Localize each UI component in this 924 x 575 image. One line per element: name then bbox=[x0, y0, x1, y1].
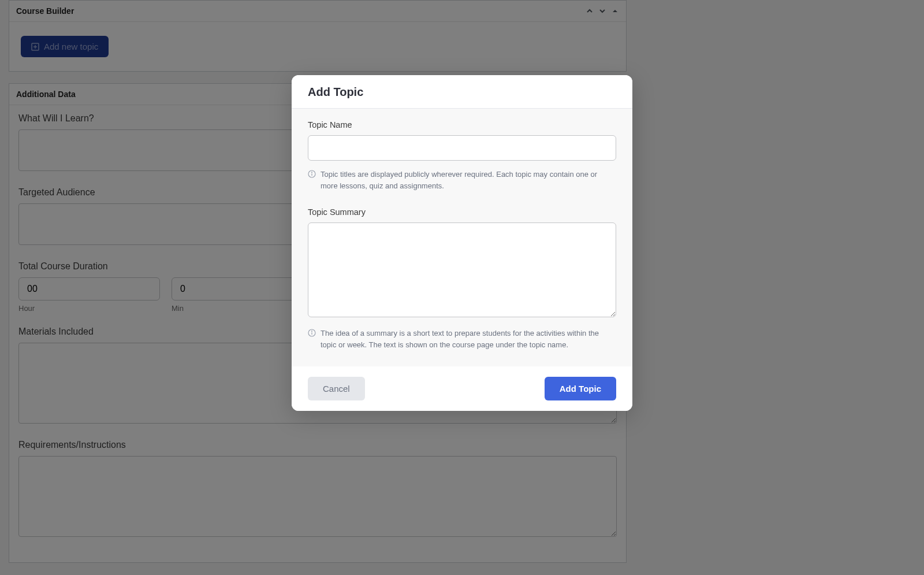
topic-name-input[interactable] bbox=[308, 135, 616, 161]
topic-summary-input[interactable] bbox=[308, 222, 616, 317]
topic-summary-hint: The idea of a summary is a short text to… bbox=[321, 328, 616, 350]
modal-body: Topic Name Topic titles are displayed pu… bbox=[292, 109, 632, 366]
modal-title: Add Topic bbox=[308, 86, 616, 99]
add-topic-modal: Add Topic Topic Name Topic titles are di… bbox=[292, 75, 632, 411]
topic-name-hint: Topic titles are displayed publicly wher… bbox=[321, 169, 616, 191]
info-icon bbox=[308, 170, 316, 178]
cancel-button[interactable]: Cancel bbox=[308, 377, 365, 400]
info-icon bbox=[308, 329, 316, 337]
modal-header: Add Topic bbox=[292, 75, 632, 109]
svg-point-8 bbox=[312, 331, 312, 332]
add-topic-submit-button[interactable]: Add Topic bbox=[545, 377, 616, 400]
svg-point-5 bbox=[312, 172, 312, 173]
topic-name-field: Topic Name Topic titles are displayed pu… bbox=[308, 120, 616, 191]
modal-overlay[interactable]: Add Topic Topic Name Topic titles are di… bbox=[0, 0, 924, 575]
topic-name-label: Topic Name bbox=[308, 120, 616, 129]
topic-summary-label: Topic Summary bbox=[308, 207, 616, 217]
modal-footer: Cancel Add Topic bbox=[292, 366, 632, 411]
topic-summary-field: Topic Summary The idea of a summary is a… bbox=[308, 207, 616, 350]
